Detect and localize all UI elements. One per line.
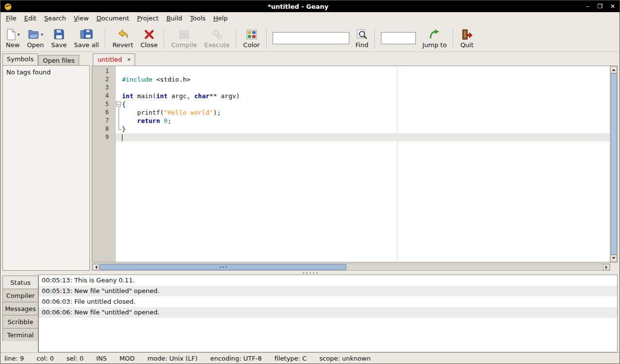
message-tab-scribble[interactable]: Scribble	[2, 315, 38, 328]
toolbar-separator	[375, 28, 376, 49]
scroll-up-button[interactable]	[610, 66, 617, 73]
code-line-7[interactable]: 7 return 0;	[92, 117, 610, 125]
find-button[interactable]: Find	[352, 26, 372, 51]
message-tab-status[interactable]: Status	[2, 276, 38, 289]
code-editor[interactable]: 12#include <stdio.h>34int main(int argc,…	[92, 66, 610, 262]
scrollbar-corner	[610, 263, 618, 271]
color-button[interactable]: Color	[240, 26, 263, 51]
code-text[interactable]: }	[122, 125, 610, 133]
code-text[interactable]: #include <stdio.h>	[122, 75, 610, 84]
jump-to-entry[interactable]	[381, 32, 416, 44]
line-number[interactable]: 4	[92, 92, 116, 100]
toolbar-separator	[453, 28, 454, 49]
sidebar: SymbolsOpen files No tags found	[2, 53, 90, 271]
save-all-button[interactable]: Save all	[70, 26, 102, 51]
menu-search[interactable]: Search	[40, 12, 70, 25]
close-button[interactable]: Close	[137, 26, 161, 51]
down-arrow-icon	[612, 257, 616, 261]
code-line-6[interactable]: 6 printf("Hello world");	[92, 108, 610, 117]
code-line-9[interactable]: 9	[92, 133, 610, 141]
new-dropdown-arrow-icon[interactable]: ▾	[17, 32, 20, 37]
horizontal-scroll-track[interactable]	[99, 264, 603, 270]
find-icon	[356, 29, 368, 40]
fold-toggle-icon[interactable]	[116, 100, 122, 108]
message-tab-messages[interactable]: Messages	[2, 302, 38, 315]
tab-close-icon[interactable]: ✕	[127, 57, 131, 62]
document-tab-label: untitled	[98, 56, 122, 63]
status-messages-list[interactable]: 00:05:13: This is Geany 0.11.00:05:13: N…	[38, 275, 618, 352]
fold-margin	[116, 67, 122, 75]
menu-file[interactable]: File	[2, 12, 20, 25]
message-tab-terminal[interactable]: Terminal	[2, 328, 38, 341]
quit-icon	[461, 29, 473, 40]
menu-build[interactable]: Build	[162, 12, 186, 25]
status-message[interactable]: 00:05:13: This is Geany 0.11.	[39, 275, 617, 286]
code-text[interactable]: return 0;	[122, 117, 610, 125]
scroll-right-button[interactable]	[603, 264, 610, 270]
code-text[interactable]	[122, 84, 610, 92]
menu-view[interactable]: View	[70, 12, 93, 25]
horizontal-scrollbar[interactable]	[92, 263, 610, 271]
horizontal-scroll-thumb[interactable]	[100, 264, 346, 270]
line-number[interactable]: 2	[92, 75, 116, 84]
statusbar-item-0: line: 9	[4, 355, 24, 362]
code-line-4[interactable]: 4int main(int argc, char** argv)	[92, 92, 610, 100]
close-window-button[interactable]: ✕	[609, 3, 616, 9]
maximize-button[interactable]: ❐	[597, 3, 603, 9]
status-message[interactable]: 00:06:03: File untitled closed.	[39, 296, 617, 307]
scroll-down-button[interactable]	[610, 255, 617, 262]
code-text[interactable]	[122, 133, 610, 141]
quit-button[interactable]: Quit	[457, 26, 477, 51]
line-number[interactable]: 1	[92, 67, 116, 75]
open-dropdown-arrow-icon[interactable]: ▾	[41, 32, 43, 37]
vertical-scroll-thumb[interactable]	[611, 73, 617, 255]
save-button[interactable]: Save	[48, 26, 70, 51]
vertical-scrollbar[interactable]	[610, 66, 617, 262]
line-number[interactable]: 9	[92, 133, 116, 141]
new-button[interactable]: ▾ New	[2, 26, 23, 51]
symbols-list[interactable]: No tags found	[2, 65, 90, 271]
fold-margin	[116, 117, 122, 125]
jump-to-button-label: Jump to	[422, 41, 447, 49]
scroll-left-button[interactable]	[92, 264, 99, 270]
code-text[interactable]: int main(int argc, char** argv)	[122, 92, 610, 100]
statusbar-item-6: encoding: UTF-8	[210, 355, 262, 362]
fold-margin	[116, 125, 122, 133]
code-line-2[interactable]: 2#include <stdio.h>	[92, 75, 610, 84]
code-line-1[interactable]: 1	[92, 67, 610, 75]
document-tab-untitled[interactable]: untitled ✕	[93, 53, 135, 66]
sidebar-tab-open-files[interactable]: Open files	[38, 55, 79, 65]
open-folder-icon	[28, 29, 39, 40]
code-text[interactable]	[122, 67, 610, 75]
code-line-8[interactable]: 8}	[92, 125, 610, 133]
jump-to-button[interactable]: Jump to	[419, 26, 450, 51]
menu-help[interactable]: Help	[209, 12, 232, 25]
message-tab-compiler[interactable]: Compiler	[2, 289, 38, 302]
statusbar-item-8: scope: unknown	[319, 355, 371, 362]
code-line-5[interactable]: 5{	[92, 100, 610, 108]
line-number[interactable]: 8	[92, 125, 116, 133]
statusbar-item-4: MOD	[120, 355, 135, 362]
new-file-icon	[6, 29, 16, 40]
code-text[interactable]: {	[122, 100, 610, 108]
open-button[interactable]: ▾ Open	[24, 26, 48, 51]
line-number[interactable]: 3	[92, 84, 116, 92]
status-message[interactable]: 00:06:06: New file "untitled" opened.	[39, 307, 617, 318]
sidebar-tab-symbols[interactable]: Symbols	[2, 53, 38, 65]
line-number[interactable]: 7	[92, 117, 116, 125]
panel-splitter[interactable]	[0, 271, 620, 275]
minimize-button[interactable]: –	[584, 3, 591, 9]
titlebar[interactable]: *untitled - Geany – ❐ ✕	[0, 0, 620, 12]
menu-document[interactable]: Document	[93, 12, 133, 25]
line-number[interactable]: 5	[92, 100, 116, 108]
toolbar: ▾ New ▾ Open Save	[0, 25, 620, 52]
code-text[interactable]: printf("Hello world");	[122, 108, 610, 117]
menu-tools[interactable]: Tools	[186, 12, 209, 25]
menu-project[interactable]: Project	[133, 12, 163, 25]
find-entry[interactable]	[273, 32, 349, 44]
code-line-3[interactable]: 3	[92, 84, 610, 92]
line-number[interactable]: 6	[92, 108, 116, 117]
menu-edit[interactable]: Edit	[20, 12, 40, 25]
revert-button[interactable]: Revert	[109, 26, 137, 51]
status-message[interactable]: 00:05:13: New file "untitled" opened.	[39, 286, 617, 296]
